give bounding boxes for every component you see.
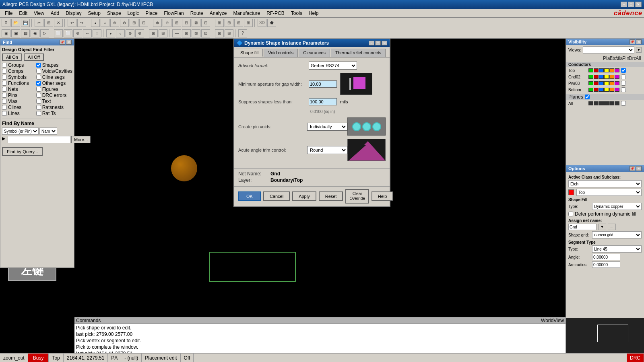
angle-input[interactable]: 0.00000 bbox=[592, 254, 620, 260]
bottom-all-box[interactable] bbox=[615, 88, 619, 92]
menu-analyze[interactable]: Analyze bbox=[206, 10, 230, 17]
all-pin-box[interactable] bbox=[604, 101, 609, 105]
tb-3d[interactable]: 3D bbox=[258, 19, 266, 27]
symbols-checkbox[interactable] bbox=[2, 75, 7, 80]
gnd02-via-box[interactable] bbox=[599, 75, 604, 79]
vias-checkbox[interactable] bbox=[2, 99, 7, 104]
dialog-close[interactable]: ✕ bbox=[382, 41, 387, 45]
menu-file[interactable]: File bbox=[2, 10, 16, 17]
menu-flowplan[interactable]: FlowPlan bbox=[161, 10, 187, 17]
menu-setup[interactable]: Setup bbox=[85, 10, 104, 17]
tab-thermal[interactable]: Thermal relief connects bbox=[331, 49, 386, 57]
active-class-select[interactable]: Etch bbox=[568, 180, 642, 187]
tb2-b16[interactable]: ⊞ bbox=[159, 29, 167, 37]
all-drc-box[interactable] bbox=[609, 101, 614, 105]
tb2-b8[interactable]: ⊕ bbox=[73, 29, 82, 37]
tb-b6[interactable]: ⊡ bbox=[139, 19, 148, 27]
top-via-box[interactable] bbox=[599, 68, 604, 72]
pins-checkbox[interactable] bbox=[2, 93, 7, 98]
artwork-format-select[interactable]: Gerber RS274 bbox=[309, 62, 357, 70]
pwr03-visible-check[interactable] bbox=[621, 81, 626, 86]
tb-b7[interactable]: ⊟ bbox=[182, 19, 191, 27]
othersegs-checkbox[interactable] bbox=[36, 81, 41, 86]
gnd02-all-box[interactable] bbox=[615, 75, 619, 79]
all-all-box[interactable] bbox=[615, 101, 619, 105]
tb2-b4[interactable]: ◉ bbox=[31, 29, 39, 37]
planes-checkbox[interactable] bbox=[585, 95, 590, 99]
clinesegs-checkbox[interactable] bbox=[36, 75, 41, 80]
menu-help[interactable]: Help bbox=[305, 10, 322, 17]
drc-checkbox[interactable] bbox=[36, 93, 41, 98]
name-type-select[interactable]: Nam bbox=[39, 128, 57, 135]
gnd02-etch-box[interactable] bbox=[594, 75, 599, 79]
symbol-select[interactable]: Symbol (or Pin) bbox=[2, 128, 39, 135]
menu-shape[interactable]: Shape bbox=[104, 10, 124, 17]
tab-void-controls[interactable]: Void controls bbox=[264, 49, 298, 57]
shape-grid-select[interactable]: Current grid bbox=[592, 231, 642, 239]
tb-b13[interactable]: ⬟ bbox=[267, 19, 276, 27]
tb-zoom-in[interactable]: ⊕ bbox=[153, 19, 162, 27]
tb2-b13[interactable]: ⊕ bbox=[126, 29, 134, 37]
bottom-plan-box[interactable] bbox=[588, 88, 593, 92]
gnd02-drc-box[interactable] bbox=[609, 75, 614, 79]
tb2-b22[interactable]: ⊞ bbox=[225, 29, 233, 37]
minimize-button[interactable]: − bbox=[621, 2, 627, 7]
top-visible-check[interactable] bbox=[621, 68, 626, 73]
tb-new[interactable]: 🗎 bbox=[2, 19, 10, 27]
dialog-minimize[interactable]: − bbox=[369, 41, 374, 45]
top-etch-box[interactable] bbox=[594, 68, 599, 72]
all-via-box[interactable] bbox=[599, 101, 604, 105]
gnd02-plan-box[interactable] bbox=[588, 75, 593, 79]
lines-checkbox[interactable] bbox=[2, 111, 7, 116]
find-query-button[interactable]: Find by Query... bbox=[2, 147, 43, 156]
tb2-b2[interactable]: ▣ bbox=[11, 29, 20, 37]
bottom-visible-check[interactable] bbox=[621, 87, 626, 92]
tb-b2[interactable]: ⬦ bbox=[101, 19, 109, 27]
tb-b3[interactable]: ⊕ bbox=[110, 19, 119, 27]
clear-override-button[interactable]: ClearOverride bbox=[345, 189, 369, 204]
tb2-b23[interactable]: ? bbox=[238, 29, 247, 37]
menu-view[interactable]: View bbox=[31, 10, 47, 17]
arc-radius-input[interactable]: 0.00000 bbox=[592, 261, 620, 268]
pwr03-drc-box[interactable] bbox=[609, 81, 614, 85]
menu-display[interactable]: Display bbox=[62, 10, 85, 17]
top-pin-box[interactable] bbox=[604, 68, 609, 72]
groups-checkbox[interactable] bbox=[2, 63, 7, 68]
vis-close-button[interactable]: ✕ bbox=[636, 39, 642, 44]
comps-checkbox[interactable] bbox=[2, 69, 7, 74]
pwr03-pin-box[interactable] bbox=[604, 81, 609, 85]
text-checkbox[interactable] bbox=[36, 99, 41, 104]
tb-b8[interactable]: ⊠ bbox=[192, 19, 200, 27]
find-panel-pin[interactable]: 📌 bbox=[60, 40, 65, 45]
pwr03-plan-box[interactable] bbox=[588, 81, 593, 85]
cancel-button[interactable]: Cancel bbox=[263, 191, 290, 201]
tb-redo[interactable]: ↪ bbox=[77, 19, 86, 27]
create-pin-select[interactable]: Individually bbox=[307, 123, 347, 131]
tb2-b11[interactable]: ⬥ bbox=[106, 29, 115, 37]
menu-manufacture[interactable]: Manufacture bbox=[230, 10, 263, 17]
tb-cut[interactable]: ✂ bbox=[35, 19, 43, 27]
tb-b1[interactable]: ⬥ bbox=[91, 19, 100, 27]
active-subclass-select[interactable]: Top bbox=[576, 189, 642, 196]
more-button[interactable]: More... bbox=[71, 136, 91, 143]
tb2-b3[interactable]: ▦ bbox=[21, 29, 30, 37]
top-plan-box[interactable] bbox=[588, 68, 593, 72]
ok-button[interactable]: OK bbox=[238, 191, 261, 201]
bottom-via-box[interactable] bbox=[599, 88, 604, 92]
bottom-pin-box[interactable] bbox=[604, 88, 609, 92]
dialog-maximize[interactable]: □ bbox=[375, 41, 381, 45]
tb2-b15[interactable]: ⊞ bbox=[149, 29, 158, 37]
tb2-b19[interactable]: ⊠ bbox=[192, 29, 200, 37]
tb2-b9[interactable]: ↔ bbox=[83, 29, 92, 37]
tb-b9[interactable]: ⊡ bbox=[201, 19, 210, 27]
all-off-button[interactable]: All Off bbox=[24, 53, 44, 61]
net-input[interactable]: Gnd bbox=[568, 224, 597, 230]
menu-place[interactable]: Place bbox=[142, 10, 161, 17]
opt-pin-button[interactable]: 📌 bbox=[630, 166, 635, 171]
maximize-button[interactable]: □ bbox=[628, 2, 634, 7]
menu-add[interactable]: Add bbox=[47, 10, 62, 17]
pwr03-all-box[interactable] bbox=[615, 81, 619, 85]
tb-delete[interactable]: ✕ bbox=[54, 19, 63, 27]
tb-grid[interactable]: ⊞ bbox=[215, 19, 224, 27]
tb-open[interactable]: 📂 bbox=[11, 19, 20, 27]
